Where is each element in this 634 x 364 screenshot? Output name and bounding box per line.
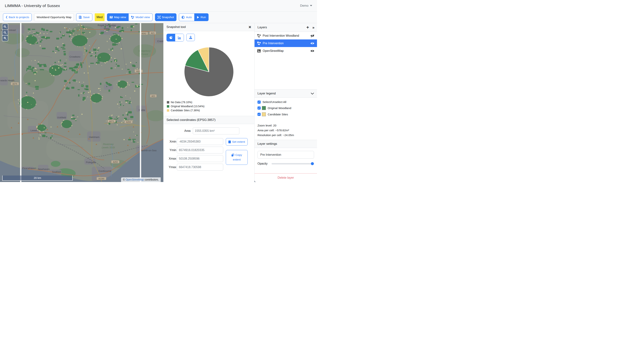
- xmin-input[interactable]: [177, 138, 223, 145]
- layer-item-pre-intervention[interactable]: Pre Intervention: [255, 40, 317, 47]
- copy-extent-button[interactable]: Copy extent: [226, 150, 248, 165]
- svg-text:A262: A262: [141, 32, 146, 34]
- toolbar: Back to projects Save Med Map view Model…: [0, 12, 317, 23]
- xmax-input[interactable]: [177, 155, 223, 162]
- view-toggle-group: Map view Model view: [107, 13, 153, 21]
- eye-icon[interactable]: [310, 42, 314, 45]
- user-menu-label: Demo: [300, 4, 308, 8]
- map-town-label: wards Heath: [0, 79, 15, 82]
- layer-name-input[interactable]: [258, 151, 314, 159]
- pie-legend-row: Original Woodland (13.54%): [167, 105, 251, 108]
- model-view-button[interactable]: Model view: [129, 13, 153, 21]
- layer-info-line: Area per cell: ~578.62m²: [258, 128, 314, 133]
- opacity-slider-track: [272, 163, 314, 164]
- set-extent-button[interactable]: Set extent: [226, 138, 248, 146]
- opacity-slider[interactable]: [272, 162, 314, 165]
- save-button[interactable]: Save: [76, 13, 92, 21]
- svg-text:A2280: A2280: [98, 178, 104, 180]
- ymin-input[interactable]: [177, 147, 223, 154]
- map-town-label: Wells: [104, 27, 110, 30]
- snapshot-tool-panel: Snapshot tool ✕ No Data (79.10%)Origin: [163, 23, 254, 182]
- layer-item-openstreetmap[interactable]: OpenStreetMap: [255, 47, 317, 54]
- openstreetmap-link[interactable]: OpenStreetMap: [125, 178, 144, 181]
- checkbox-checked[interactable]: ✓: [258, 100, 261, 104]
- run-button[interactable]: Run: [194, 13, 208, 21]
- auto-label: Auto: [186, 16, 192, 19]
- eye-off-icon[interactable]: [310, 34, 314, 38]
- workflow-icon: [131, 16, 134, 19]
- pie-legend-swatch: [167, 105, 169, 108]
- close-icon[interactable]: ✕: [248, 25, 251, 29]
- checkbox-checked[interactable]: ✓: [258, 106, 261, 110]
- ymax-input[interactable]: [177, 164, 223, 170]
- zoom-in-button[interactable]: [3, 24, 8, 30]
- bar-chart-button[interactable]: [175, 34, 184, 41]
- svg-text:A275: A275: [13, 83, 17, 85]
- layers-panel: Layers + » Post Intervention Woodland Pr…: [254, 23, 317, 182]
- extent-edge-right[interactable]: [140, 23, 141, 182]
- layer-item-label: Post Intervention Woodland: [263, 34, 299, 38]
- map-view-button[interactable]: Map view: [107, 13, 129, 21]
- layer-item-post-intervention-woodland[interactable]: Post Intervention Woodland: [255, 32, 317, 40]
- road-badge: A275: [11, 82, 19, 85]
- coord-row-xmax: Xmax: [166, 155, 223, 162]
- opacity-slider-thumb[interactable]: [311, 162, 314, 165]
- project-name-input[interactable]: [34, 13, 74, 21]
- zoom-to-location-button[interactable]: [3, 36, 8, 41]
- coord-row-ymin: Ymin: [166, 147, 223, 154]
- legend-color-swatch: [262, 106, 266, 110]
- coord-label: Xmax: [166, 157, 177, 160]
- map-area-label: Forest: [141, 53, 148, 56]
- coord-label: Xmin: [166, 140, 177, 143]
- map-town-label: Uckfield: [57, 116, 66, 119]
- run-group: Auto Run: [179, 13, 208, 21]
- user-menu[interactable]: Demo: [300, 4, 312, 8]
- svg-text:A259: A259: [113, 161, 118, 163]
- checkbox-checked[interactable]: ✓: [258, 113, 261, 116]
- pie-chart-legend: No Data (79.10%)Original Woodland (13.54…: [167, 101, 251, 113]
- extent-edge-left[interactable]: [20, 23, 22, 182]
- coord-label: Ymin: [166, 148, 177, 152]
- extent-actions: Set extent Copy extent: [226, 138, 248, 170]
- add-layer-icon[interactable]: +: [306, 25, 309, 30]
- back-to-projects-label: Back to projects: [9, 16, 29, 19]
- map-view-label: Map view: [114, 16, 126, 19]
- back-to-projects-button[interactable]: Back to projects: [3, 13, 32, 21]
- snapshot-label: Snapshot: [162, 16, 174, 19]
- svg-text:A21: A21: [151, 32, 155, 34]
- coord-row-ymax: Ymax: [166, 164, 223, 170]
- map-town-label: Eastbourne: [98, 170, 111, 172]
- snapshot-button[interactable]: Snapshot: [155, 13, 177, 21]
- pie-chart-button[interactable]: [167, 34, 175, 41]
- snapshot-crop-icon: [158, 16, 160, 19]
- map-icon: [110, 16, 113, 19]
- road-badge: A21: [150, 94, 157, 98]
- road-badge: A259: [111, 160, 119, 163]
- select-all-label: Select/Unselect All: [263, 100, 286, 104]
- chevron-down-icon: [311, 92, 314, 94]
- zoom-out-button[interactable]: [3, 30, 8, 35]
- collapse-panel-icon[interactable]: »: [312, 26, 314, 29]
- map-town-label: Peacehaven: [22, 167, 36, 170]
- layer-legend-list: ✓Select/Unselect All✓Original Woodland✓C…: [255, 98, 317, 119]
- layer-legend-header[interactable]: Layer legend: [255, 90, 317, 98]
- svg-text:A269: A269: [126, 121, 131, 123]
- select-unselect-all-row: ✓Select/Unselect All: [258, 100, 314, 104]
- map-town-label: Royal Tunbridge: [98, 24, 116, 27]
- legend-item-label: Candidate Sites: [268, 113, 288, 116]
- download-button[interactable]: [186, 34, 195, 41]
- legend-color-swatch: [262, 112, 266, 116]
- snapshot-pie-chart: [181, 44, 237, 100]
- map-town-label: Hailsham: [89, 136, 99, 138]
- eye-icon[interactable]: [310, 50, 314, 52]
- legend-item-candidate-sites: ✓Candidate Sites: [258, 112, 314, 116]
- auto-button[interactable]: Auto: [179, 13, 194, 21]
- area-input[interactable]: [193, 128, 239, 134]
- layer-item-label: OpenStreetMap: [263, 49, 284, 52]
- play-icon: [197, 16, 199, 19]
- workflow-icon: [257, 34, 261, 38]
- delete-layer-button[interactable]: Delete layer: [255, 173, 317, 182]
- pie-chart-icon: [169, 36, 173, 40]
- save-icon: [79, 16, 82, 19]
- scale-bar-label: 20 km: [34, 176, 41, 180]
